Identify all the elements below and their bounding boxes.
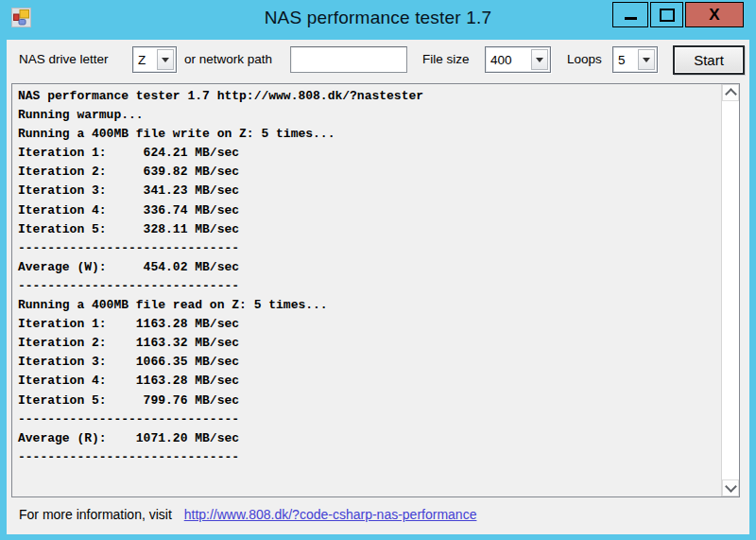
file-size-value: 400 <box>486 53 531 67</box>
chevron-down-icon <box>725 480 737 493</box>
file-size-label: File size <box>422 46 470 73</box>
output-scrollbar[interactable] <box>721 84 739 496</box>
close-icon: X <box>709 3 719 26</box>
loops-label: Loops <box>567 46 602 73</box>
chevron-up-icon <box>725 88 737 100</box>
output-log-text[interactable]: NAS performance tester 1.7 http://www.80… <box>12 84 721 496</box>
maximize-button[interactable] <box>650 2 683 27</box>
footer: For more information, visit http://www.8… <box>19 504 476 525</box>
minimize-button[interactable] <box>612 2 648 27</box>
start-button[interactable]: Start <box>673 45 745 75</box>
footer-link[interactable]: http://www.808.dk/?code-csharp-nas-perfo… <box>184 507 477 522</box>
dropdown-arrow-icon <box>157 49 174 70</box>
window-controls: X <box>612 2 744 27</box>
close-button[interactable]: X <box>685 2 744 27</box>
output-log[interactable]: NAS performance tester 1.7 http://www.80… <box>11 83 740 497</box>
loops-value: 5 <box>613 53 638 67</box>
minimize-icon <box>625 17 637 20</box>
network-path-label: or network path <box>184 46 272 73</box>
scroll-up-button[interactable] <box>722 84 739 101</box>
maximize-icon <box>660 9 675 22</box>
footer-text: For more information, visit <box>19 507 172 522</box>
drive-letter-label: NAS drive letter <box>19 46 109 73</box>
drive-letter-select[interactable]: Z <box>132 46 177 73</box>
dropdown-arrow-icon <box>638 49 655 70</box>
loops-select[interactable]: 5 <box>612 46 658 73</box>
file-size-select[interactable]: 400 <box>485 46 551 73</box>
client-area: NAS drive letter Z or network path File … <box>7 40 749 534</box>
titlebar[interactable]: NAS performance tester 1.7 X <box>0 0 756 40</box>
scroll-down-button[interactable] <box>722 479 739 496</box>
dropdown-arrow-icon <box>531 49 548 70</box>
network-path-input[interactable] <box>290 46 407 73</box>
drive-letter-value: Z <box>133 53 157 67</box>
